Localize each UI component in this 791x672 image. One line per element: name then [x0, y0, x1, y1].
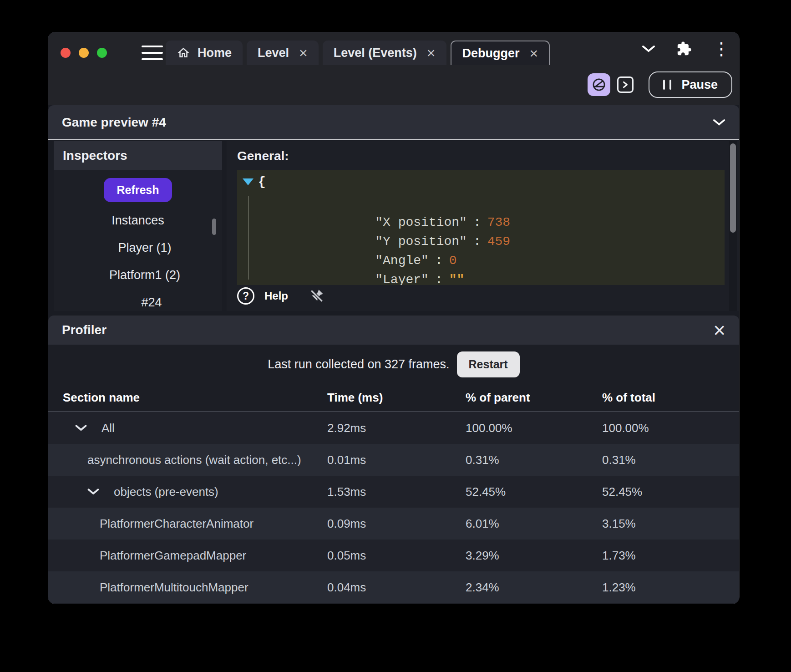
column-header-section-name: Section name [63, 391, 327, 405]
json-entries: "X position":738 "Y position":459 "Angle… [268, 194, 720, 285]
collapse-caret-icon[interactable] [243, 178, 254, 185]
chevron-down-icon[interactable] [713, 119, 725, 126]
unpin-icon[interactable] [309, 288, 325, 304]
game-preview-title: Game preview #4 [62, 115, 166, 130]
profiler-table-header: Section name Time (ms) % of parent % of … [48, 384, 739, 412]
json-colon: : [473, 215, 481, 229]
profiler-table: All 2.92ms 100.00% 100.00% asynchronous … [48, 412, 739, 603]
profiler-time-cell: 0.04ms [327, 580, 466, 595]
tab-bar: Home × Level × Level (Events) × Debugger… [166, 41, 550, 65]
console-icon[interactable] [617, 76, 634, 93]
inspectors-panel-title: Inspectors [54, 141, 222, 170]
profiler-section-name: PlatformerMultitouchMapper [100, 580, 248, 595]
chevron-down-icon[interactable] [75, 424, 87, 432]
json-inspector: { "X position":738 "Y position":459 "Ang… [237, 170, 725, 285]
tab[interactable]: Home × [166, 41, 243, 65]
json-value: 738 [487, 215, 510, 229]
help-label[interactable]: Help [264, 290, 288, 302]
json-colon: : [435, 273, 443, 285]
json-property: "X position":738 [268, 194, 720, 213]
inspectors-scrollbar-thumb[interactable] [212, 219, 216, 235]
zoom-button[interactable] [97, 48, 107, 58]
menu-icon[interactable] [142, 46, 163, 60]
profiler-status-text: Last run collected on 327 frames. [268, 357, 449, 372]
tree-item-label: Player (1) [118, 241, 171, 255]
restart-button[interactable]: Restart [457, 351, 520, 377]
profiler-percent-total-cell: 1.73% [602, 549, 739, 563]
tab-label: Debugger [462, 46, 520, 61]
column-header-percent-parent: % of parent [466, 391, 602, 405]
app-window: Home × Level × Level (Events) × Debugger… [48, 32, 740, 604]
profiler-time-cell: 0.01ms [327, 453, 466, 467]
json-key: "Y position" [375, 234, 467, 249]
instances-tree-item[interactable]: Player (1) [54, 234, 222, 261]
instances-tree-item[interactable]: Platform1 (2) [54, 261, 222, 289]
inspectors-panel: Inspectors Refresh Instances Player (1) … [54, 141, 222, 311]
tab-close-icon[interactable]: × [299, 46, 308, 60]
tab-close-icon[interactable]: × [530, 46, 538, 61]
profiler-section-name: asynchronous actions (wait action, etc..… [87, 453, 301, 467]
scrollbar-track[interactable] [729, 141, 737, 311]
instances-tree: Instances Player (1) Platform1 (2) #24 [54, 207, 222, 316]
tree-item-label: #24 [141, 295, 162, 309]
pause-button[interactable]: Pause [649, 71, 732, 98]
chevron-down-icon[interactable] [87, 488, 99, 495]
json-value: 459 [487, 234, 510, 249]
json-indent-guide [248, 196, 249, 280]
tree-item-label: Platform1 (2) [109, 268, 180, 282]
profiler-gauge-icon[interactable] [588, 73, 610, 96]
profiler-percent-parent-cell: 52.45% [466, 485, 602, 499]
profiler-title: Profiler [62, 323, 106, 337]
profiler-percent-total-cell: 1.23% [602, 580, 739, 595]
profiler-time-cell: 0.09ms [327, 517, 466, 531]
chevron-down-icon[interactable] [642, 45, 655, 53]
profiler-percent-total-cell: 52.45% [602, 485, 739, 499]
profiler-row[interactable]: PlatformerGamepadMapper 0.05ms 3.29% 1.7… [48, 540, 739, 571]
profiler-section-name: PlatformerCharacterAnimator [100, 517, 254, 531]
profiler-percent-parent-cell: 100.00% [466, 421, 602, 435]
close-icon[interactable]: × [713, 320, 725, 341]
profiler-time-cell: 1.53ms [327, 485, 466, 499]
profiler-section-name: All [101, 421, 115, 435]
kebab-menu-icon[interactable]: ⋮ [713, 40, 730, 57]
tab-label: Level (Events) [334, 46, 417, 60]
refresh-button[interactable]: Refresh [104, 178, 172, 202]
home-icon [177, 46, 190, 60]
tab-close-icon[interactable]: × [427, 46, 436, 60]
debugger-content: Inspectors Refresh Instances Player (1) … [48, 141, 739, 311]
profiler-percent-parent-cell: 2.34% [466, 580, 602, 595]
debugger-toolbar: Pause [588, 71, 732, 98]
general-panel-footer: ? Help [237, 286, 325, 306]
extensions-puzzle-icon[interactable] [676, 41, 692, 56]
help-icon[interactable]: ? [237, 287, 254, 305]
minimize-button[interactable] [79, 48, 89, 58]
profiler-row[interactable]: All 2.92ms 100.00% 100.00% [48, 412, 739, 444]
profiler-status-row: Last run collected on 327 frames. Restar… [48, 345, 739, 384]
profiler-row[interactable]: PlatformerMultitouchMapper 0.04ms 2.34% … [48, 571, 739, 603]
profiler-row[interactable]: asynchronous actions (wait action, etc..… [48, 444, 739, 476]
profiler-row[interactable]: PlatformerCharacterAnimator 0.09ms 6.01%… [48, 508, 739, 540]
pause-icon [663, 80, 671, 90]
json-key: "X position" [375, 215, 467, 229]
tab[interactable]: Level × [247, 41, 319, 65]
json-root: { [243, 175, 266, 189]
scrollbar-thumb[interactable] [730, 143, 736, 233]
profiler-header: Profiler × [48, 316, 739, 345]
instances-tree-item[interactable]: Instances [54, 207, 222, 234]
instances-tree-item[interactable]: #24 [54, 289, 222, 316]
tab[interactable]: Level (Events) × [323, 41, 446, 65]
game-preview-header[interactable]: Game preview #4 [48, 105, 739, 140]
profiler-time-cell: 0.05ms [327, 549, 466, 563]
tab[interactable]: Debugger × [451, 41, 550, 65]
json-value: 0 [449, 254, 457, 268]
profiler-percent-total-cell: 100.00% [602, 421, 739, 435]
column-header-percent-total: % of total [602, 391, 739, 405]
profiler-section-name: PlatformerGamepadMapper [100, 549, 246, 563]
profiler-percent-parent-cell: 0.31% [466, 453, 602, 467]
json-open-brace: { [258, 175, 266, 189]
profiler-panel: Profiler × Last run collected on 327 fra… [48, 316, 739, 604]
profiler-percent-total-cell: 3.15% [602, 517, 739, 531]
json-key: "Layer" [375, 273, 429, 285]
close-button[interactable] [61, 48, 71, 58]
profiler-row[interactable]: objects (pre-events) 1.53ms 52.45% 52.45… [48, 476, 739, 508]
